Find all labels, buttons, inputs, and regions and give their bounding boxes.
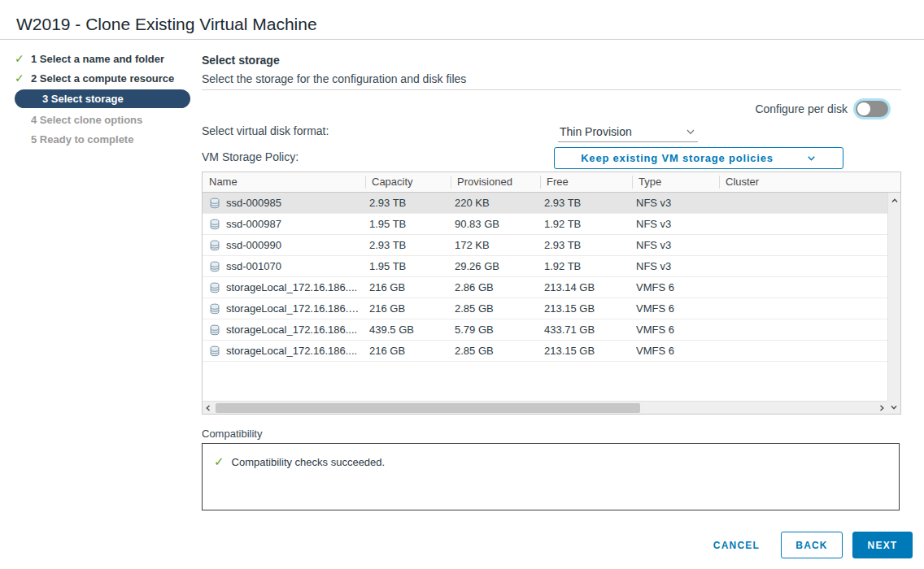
sidebar-step-3[interactable]: 3 Select storage bbox=[15, 89, 190, 108]
datastore-row[interactable]: storageLocal_172.16.186....439.5 GB5.79 … bbox=[203, 319, 887, 341]
cell-capacity: 216 GB bbox=[363, 298, 448, 319]
chevron-down-icon bbox=[806, 153, 817, 163]
cell-type: NFS v3 bbox=[630, 235, 717, 255]
cell-free: 213.14 GB bbox=[538, 277, 630, 298]
storage-policy-label: VM Storage Policy: bbox=[202, 150, 299, 163]
cell-type: VMFS 6 bbox=[630, 319, 717, 340]
compatibility-box: ✓ Compatibility checks succeeded. bbox=[202, 443, 900, 510]
column-header-provisioned[interactable]: Provisioned bbox=[451, 172, 540, 192]
cell-free: 2.93 TB bbox=[538, 235, 630, 255]
cell-capacity: 1.95 TB bbox=[363, 214, 448, 234]
datastore-table-rows: ssd-0009852.93 TB220 KB2.93 TBNFS v3ssd-… bbox=[203, 193, 887, 401]
scroll-down-button[interactable] bbox=[887, 401, 900, 414]
cell-type: VMFS 6 bbox=[630, 277, 717, 298]
cell-name: ssd-000987 bbox=[203, 214, 363, 234]
column-header-free[interactable]: Free bbox=[540, 172, 632, 192]
datastore-icon bbox=[209, 303, 220, 315]
datastore-row[interactable]: ssd-0009902.93 TB172 KB2.93 TBNFS v3 bbox=[203, 235, 887, 256]
cell-cluster bbox=[717, 319, 887, 340]
datastore-row[interactable]: storageLocal_172.16.186.51216 GB2.85 GB2… bbox=[203, 298, 887, 319]
storage-policy-select[interactable]: Keep existing VM storage policies bbox=[554, 147, 843, 169]
cell-cluster bbox=[717, 193, 887, 213]
storage-policy-row: VM Storage Policy: Keep existing VM stor… bbox=[202, 147, 901, 169]
configure-per-disk-row: Configure per disk bbox=[755, 101, 888, 117]
cell-name: ssd-000985 bbox=[203, 193, 363, 213]
configure-per-disk-label: Configure per disk bbox=[755, 102, 848, 115]
datastore-name: ssd-001070 bbox=[226, 260, 281, 272]
disk-format-select[interactable]: Thin Provision bbox=[558, 122, 698, 142]
cell-cluster bbox=[717, 277, 887, 298]
step-label: 4 Select clone options bbox=[31, 114, 142, 126]
cell-name: storageLocal_172.16.186.51 bbox=[203, 298, 363, 319]
sidebar-step-2[interactable]: ✓2 Select a compute resource bbox=[15, 68, 190, 88]
cell-cluster bbox=[717, 341, 887, 361]
compatibility-message-row: ✓ Compatibility checks succeeded. bbox=[214, 454, 899, 469]
toggle-knob bbox=[857, 102, 870, 115]
step-label: 2 Select a compute resource bbox=[31, 72, 174, 85]
cell-cluster bbox=[717, 235, 887, 255]
datastore-icon bbox=[209, 240, 220, 251]
disk-format-label: Select virtual disk format: bbox=[202, 124, 329, 137]
cell-free: 2.93 TB bbox=[538, 193, 630, 213]
datastore-icon bbox=[209, 345, 220, 357]
horizontal-scrollbar-thumb[interactable] bbox=[216, 403, 640, 413]
datastore-row[interactable]: ssd-0009871.95 TB90.83 GB1.92 TBNFS v3 bbox=[203, 214, 887, 235]
datastore-row[interactable]: ssd-0010701.95 TB29.26 GB1.92 TBNFS v3 bbox=[203, 256, 887, 277]
datastore-icon bbox=[209, 282, 220, 293]
wizard-content: Select storage Select the storage for th… bbox=[202, 0, 901, 569]
cell-type: NFS v3 bbox=[630, 214, 717, 234]
back-button[interactable]: BACK bbox=[781, 532, 843, 558]
datastore-icon bbox=[209, 324, 220, 336]
scroll-right-button[interactable] bbox=[876, 402, 887, 414]
cell-type: VMFS 6 bbox=[630, 298, 717, 319]
datastore-row[interactable]: storageLocal_172.16.186....216 GB2.86 GB… bbox=[203, 277, 887, 298]
step-heading: Select storage bbox=[202, 54, 280, 67]
cell-provisioned: 90.83 GB bbox=[448, 214, 538, 234]
step-label: 5 Ready to complete bbox=[31, 133, 133, 146]
content-divider bbox=[202, 89, 901, 90]
check-icon: ✓ bbox=[15, 72, 31, 85]
cell-name: storageLocal_172.16.186.... bbox=[203, 341, 363, 361]
scroll-left-button[interactable] bbox=[203, 402, 214, 414]
datastore-icon bbox=[209, 219, 220, 230]
next-button[interactable]: NEXT bbox=[852, 532, 913, 558]
cell-type: NFS v3 bbox=[630, 193, 717, 213]
check-icon: ✓ bbox=[214, 454, 224, 469]
column-header-cluster[interactable]: Cluster bbox=[719, 172, 900, 192]
disk-format-value: Thin Provision bbox=[560, 125, 632, 138]
compatibility-label: Compatibility bbox=[202, 428, 262, 440]
cell-cluster bbox=[717, 256, 887, 276]
storage-policy-value: Keep existing VM storage policies bbox=[581, 152, 774, 164]
cell-provisioned: 2.85 GB bbox=[448, 298, 538, 319]
compatibility-message: Compatibility checks succeeded. bbox=[232, 456, 386, 468]
cell-provisioned: 5.79 GB bbox=[448, 319, 538, 340]
vertical-scrollbar[interactable] bbox=[887, 193, 900, 401]
sidebar-step-1[interactable]: ✓1 Select a name and folder bbox=[15, 49, 190, 68]
datastore-icon bbox=[209, 261, 220, 272]
column-header-capacity[interactable]: Capacity bbox=[365, 172, 451, 192]
datastore-row[interactable]: ssd-0009852.93 TB220 KB2.93 TBNFS v3 bbox=[203, 193, 887, 214]
cancel-button[interactable]: CANCEL bbox=[702, 532, 771, 558]
datastore-row[interactable]: storageLocal_172.16.186....216 GB2.85 GB… bbox=[203, 341, 887, 362]
step-label: 1 Select a name and folder bbox=[31, 53, 164, 65]
column-header-type[interactable]: Type bbox=[632, 172, 719, 192]
column-header-name[interactable]: Name bbox=[203, 172, 365, 192]
cell-provisioned: 172 KB bbox=[448, 235, 538, 255]
cell-free: 213.15 GB bbox=[538, 298, 630, 319]
cell-capacity: 216 GB bbox=[363, 341, 448, 361]
disk-format-row: Select virtual disk format: Thin Provisi… bbox=[202, 122, 901, 143]
cell-cluster bbox=[717, 214, 887, 234]
cell-name: storageLocal_172.16.186.... bbox=[203, 319, 363, 340]
datastore-name: storageLocal_172.16.186.... bbox=[226, 345, 357, 357]
step-label: 3 Select storage bbox=[31, 93, 124, 105]
scroll-up-button[interactable] bbox=[889, 195, 900, 206]
cell-capacity: 1.95 TB bbox=[363, 256, 448, 276]
configure-per-disk-toggle[interactable] bbox=[856, 101, 888, 117]
cell-capacity: 216 GB bbox=[363, 277, 448, 298]
datastore-name: ssd-000985 bbox=[226, 197, 281, 209]
cell-free: 433.71 GB bbox=[538, 319, 630, 340]
horizontal-scrollbar[interactable] bbox=[203, 401, 887, 414]
datastore-name: storageLocal_172.16.186.51 bbox=[226, 302, 360, 315]
cell-free: 213.15 GB bbox=[538, 341, 630, 361]
step-subheading: Select the storage for the configuration… bbox=[202, 72, 466, 85]
